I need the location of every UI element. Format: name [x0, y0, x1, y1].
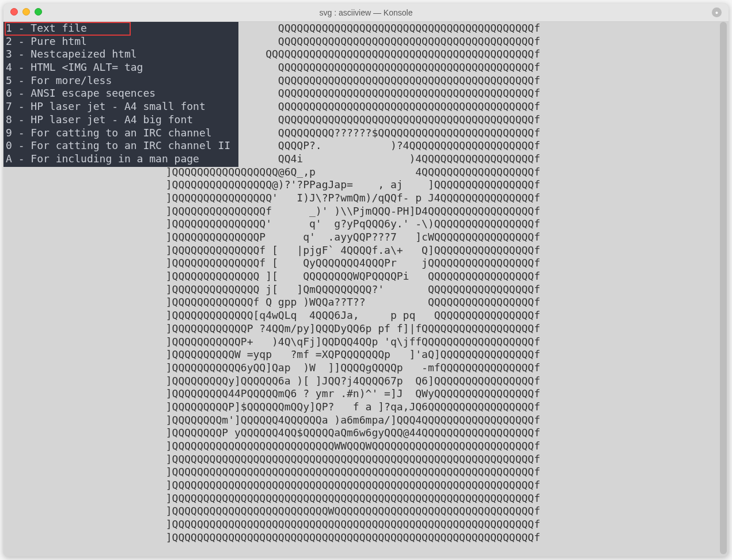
menu-item-9[interactable]: 9 - For catting to an IRC channel [6, 127, 230, 140]
ascii-row: ]QQQQQQQQQQQQQQQQQQQQQQQQQQQQQQQQQQQQQQQ… [3, 492, 540, 505]
titlebar: svg : asciiview — Konsole ● [3, 3, 729, 22]
ascii-row: ]QQQQQQQQQQQQQ[q4wQLq 4QQQ6Ja, p pq QQQQ… [3, 309, 540, 322]
terminal-viewport[interactable]: QQQQQQQQQQQQQQQQQQQQQQQQQQQQQQQQQQQQQQQQ… [3, 22, 729, 557]
ascii-row: ]QQQQQQQQQy]QQQQQQ6a )[ ]JQQ?j4QQQQ67p Q… [3, 375, 540, 388]
menu-item-0[interactable]: 0 - For catting to an IRC channel II [6, 139, 230, 153]
ascii-row: ]QQQQQQQQQQQQQQf [ QyQQQQQQQ4QQQPr jQQQQ… [3, 257, 540, 270]
ascii-row: ]QQQQQQQQQQQQQQQQQQQQQQQQQQQQQQQQQQQQQQQ… [3, 453, 540, 466]
ascii-row: ]QQQQQQQQQQQQQQQQQQQQQQQQQQQQQQQQQQQQQQQ… [3, 479, 540, 492]
menu-item-7[interactable]: 7 - HP laser jet - A4 small font [6, 100, 230, 113]
menu-item-2[interactable]: 2 - Pure html [6, 35, 230, 48]
save-format-menu: 1 - Text file2 - Pure html3 - Nestcapeiz… [3, 22, 238, 167]
window-title: svg : asciiview — Konsole [3, 8, 729, 17]
ascii-row: ]QQQQQQQQQQQQP ?4QQm/py]QQQDyQQ6p pf f]|… [3, 322, 540, 336]
ascii-row: ]QQQQQQQQQQQQQQQQQQQQQQQQQQWWQQQWQQQQQQQ… [3, 440, 540, 453]
close-icon[interactable] [10, 8, 18, 16]
menu-item-6[interactable]: 6 - ANSI escape seqences [6, 87, 230, 100]
ascii-row: ]QQQQQQQQQQQ6yQQ]Qap )W ]]QQQQgQQQQp -mf… [3, 361, 540, 375]
menu-item-3[interactable]: 3 - Nestcapeized html [6, 48, 230, 61]
ascii-row: ]QQQQQQQQQQW =yqp ?mf =XQPQQQQQQQp ]'aQ]… [3, 348, 540, 361]
ascii-row: ]QQQQQQQQQQQP+ )4Q\qFj]QQDQQ4QQp 'q\jffQ… [3, 336, 540, 349]
ascii-row: ]QQQQQQQQQQQQQQQQQQQQQQQQQQQQQQQQQQQQQQQ… [3, 518, 540, 531]
ascii-row: ]QQQQQQQQQQQQQQQQQQQQQQQQQQQQQQQQQQQQQQQ… [3, 466, 540, 479]
menu-item-A[interactable]: A - For including in a man page [6, 153, 230, 166]
ascii-row: ]QQQQQQQQQQQQQQQQ' I)J\?P?wmQm)/qQQf- p … [3, 192, 540, 205]
vertical-scrollbar[interactable] [719, 22, 727, 554]
konsole-window: svg : asciiview — Konsole ● QQQQQQQQQQQQ… [3, 3, 729, 557]
menu-item-5[interactable]: 5 - For more/less [6, 74, 230, 87]
ascii-row: ]QQQQQQQQQQQQQQ ][ QQQQQQQQWQPQQQQPi QQQ… [3, 270, 540, 283]
ascii-row: ]QQQQQQQQQQQQQQQf _)' )\\PjmQQQ-PH]D4QQQ… [3, 205, 540, 218]
ascii-row: ]QQQQQQQQQQQQQQQQ@)?'?PPagJap= , aj ]QQQ… [3, 178, 540, 192]
ascii-row: ]QQQQQQQQQQQQQQ j[ ]QmQQQQQQQQQ?' QQQQQQ… [3, 283, 540, 296]
menu-item-1[interactable]: 1 - Text file [6, 22, 230, 35]
help-icon[interactable]: ● [712, 7, 722, 17]
ascii-row: ]QQQQQQQQQQQQQQQ' q' g?yPqQQQ6y.' -\)QQQ… [3, 218, 540, 231]
ascii-row: ]QQQQQQQQQQQQQQP q' .ayyQQP???7 ]cWQQQQQ… [3, 231, 540, 244]
maximize-icon[interactable] [35, 8, 42, 16]
ascii-row: ]QQQQQQQQQQQQQQQQQQQQQQQQQQQQQQQQQQQQQQQ… [3, 531, 540, 544]
scrollbar-thumb[interactable] [720, 22, 727, 554]
ascii-row: ]QQQQQQQQQQQQQf Q gpp )WQQa??T?? QQQQQQQ… [3, 296, 540, 309]
menu-item-4[interactable]: 4 - HTML <IMG ALT= tag [6, 61, 230, 74]
minimize-icon[interactable] [22, 8, 30, 16]
ascii-row: ]QQQQQQQQQQQQQQQQQQQQQQQQQWQQQQQQQQQQQQQ… [3, 505, 540, 518]
ascii-row: ]QQQQQQQQQP]$QQQQQQmQQy]QP? f a ]?qa,JQ6… [3, 401, 540, 414]
ascii-row: ]QQQQQQQQQQQQQQf [ |pjgF` 4QQQQf.a\+ Q]Q… [3, 244, 540, 257]
ascii-row: ]QQQQQQQQm']QQQQQQ4QQQQQQa )a6m6mpa/]QQQ… [3, 414, 540, 427]
menu-item-8[interactable]: 8 - HP laser jet - A4 big font [6, 113, 230, 127]
window-controls [10, 8, 42, 16]
ascii-row: ]QQQQQQQQQQQQQQQQQ@6Q_,p 4QQQQQQQQQQQQQQ… [3, 166, 540, 179]
ascii-row: ]QQQQQQQQQ44PQQQQQmQ6 ? ymr .#n)^' =]J Q… [3, 387, 540, 401]
ascii-row: ]QQQQQQQQP yQQQQQQ4QQ$QQQQQaQm6w6gyQQQ@4… [3, 426, 540, 440]
